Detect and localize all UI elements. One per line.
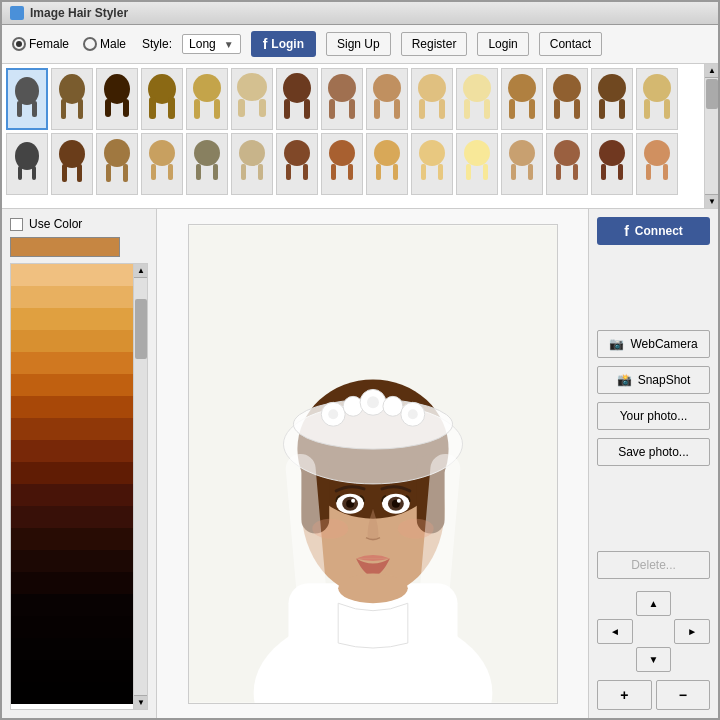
hair-thumb-29[interactable] (591, 133, 633, 195)
nav-down-button[interactable]: ▼ (636, 647, 672, 672)
color-swatch-item[interactable] (11, 352, 133, 374)
gallery-scrollbar-thumb[interactable] (706, 79, 718, 109)
hair-thumb-11[interactable] (456, 68, 498, 130)
color-swatch-item[interactable] (11, 374, 133, 396)
svg-point-109 (407, 409, 417, 419)
zoom-in-button[interactable]: + (597, 680, 652, 710)
male-radio[interactable]: Male (83, 37, 126, 51)
color-swatch-item[interactable] (11, 550, 133, 572)
female-radio-circle[interactable] (12, 37, 26, 51)
svg-rect-44 (664, 99, 670, 119)
zoom-out-button[interactable]: − (656, 680, 711, 710)
hair-thumb-24[interactable] (366, 133, 408, 195)
hair-thumb-1[interactable] (6, 68, 48, 130)
hair-thumb-26[interactable] (456, 133, 498, 195)
fb-connect-button[interactable]: f Connect (597, 217, 710, 245)
delete-button[interactable]: Delete... (597, 551, 710, 579)
svg-point-107 (328, 409, 338, 419)
color-swatch-item[interactable] (11, 330, 133, 352)
gallery-scroll-down[interactable]: ▼ (705, 194, 718, 208)
hair-thumb-19[interactable] (141, 133, 183, 195)
color-scrollbar-thumb[interactable] (135, 299, 147, 359)
svg-rect-29 (439, 99, 445, 119)
contact-button[interactable]: Contact (539, 32, 602, 56)
hair-thumb-15[interactable] (636, 68, 678, 130)
female-radio[interactable]: Female (12, 37, 69, 51)
color-swatch-item[interactable] (11, 638, 133, 660)
hair-thumb-22[interactable] (276, 133, 318, 195)
delete-label: Delete... (631, 558, 676, 572)
use-color-checkbox[interactable] (10, 218, 23, 231)
svg-rect-43 (644, 99, 650, 119)
male-radio-circle[interactable] (83, 37, 97, 51)
svg-rect-88 (646, 164, 651, 180)
snapshot-button[interactable]: 📸 SnapShot (597, 366, 710, 394)
hair-thumb-2[interactable] (51, 68, 93, 130)
signup-button[interactable]: Sign Up (326, 32, 391, 56)
color-swatch-item[interactable] (11, 286, 133, 308)
color-swatch-item[interactable] (11, 396, 133, 418)
color-swatch-item[interactable] (11, 616, 133, 638)
hair-thumb-14[interactable] (591, 68, 633, 130)
svg-rect-77 (483, 164, 488, 180)
nav-up-button[interactable]: ▲ (636, 591, 672, 616)
svg-rect-89 (663, 164, 668, 180)
hair-thumb-16[interactable] (6, 133, 48, 195)
hair-thumb-30[interactable] (636, 133, 678, 195)
color-swatch-item[interactable] (11, 264, 133, 286)
fb-login-button[interactable]: f Login (251, 31, 316, 57)
nav-empty-tr (674, 591, 710, 616)
hair-thumb-13[interactable] (546, 68, 588, 130)
your-photo-button[interactable]: Your photo... (597, 402, 710, 430)
hair-thumb-21[interactable] (231, 133, 273, 195)
svg-rect-55 (151, 164, 156, 180)
color-swatch-item[interactable] (11, 484, 133, 506)
hair-thumb-9[interactable] (366, 68, 408, 130)
color-swatch-item[interactable] (11, 572, 133, 594)
login-button[interactable]: Login (477, 32, 528, 56)
color-swatch-item[interactable] (11, 462, 133, 484)
hair-thumb-10[interactable] (411, 68, 453, 130)
color-swatch[interactable] (10, 237, 120, 257)
color-swatch-item[interactable] (11, 308, 133, 330)
hair-thumb-23[interactable] (321, 133, 363, 195)
svg-point-84 (599, 140, 625, 166)
nav-right-button[interactable]: ► (674, 619, 710, 644)
hair-thumb-3[interactable] (96, 68, 138, 130)
svg-point-54 (149, 140, 175, 166)
hair-thumb-27[interactable] (501, 133, 543, 195)
hair-thumb-12[interactable] (501, 68, 543, 130)
hair-thumb-17[interactable] (51, 133, 93, 195)
hair-thumb-18[interactable] (96, 133, 138, 195)
webcamera-button[interactable]: 📷 WebCamera (597, 330, 710, 358)
svg-rect-76 (466, 164, 471, 180)
color-swatch-item[interactable] (11, 682, 133, 704)
svg-rect-11 (168, 97, 175, 119)
hair-thumb-8[interactable] (321, 68, 363, 130)
hair-thumb-28[interactable] (546, 133, 588, 195)
style-dropdown[interactable]: Long ▼ (182, 34, 241, 54)
app-icon (10, 6, 24, 20)
color-scroll-up[interactable]: ▲ (134, 264, 148, 278)
nav-left-button[interactable]: ◄ (597, 619, 633, 644)
color-swatch-item[interactable] (11, 440, 133, 462)
color-swatch-item[interactable] (11, 528, 133, 550)
svg-rect-53 (123, 164, 128, 182)
color-scroll-down[interactable]: ▼ (134, 695, 148, 709)
hair-thumb-6[interactable] (231, 68, 273, 130)
color-swatch-item[interactable] (11, 594, 133, 616)
hair-thumb-7[interactable] (276, 68, 318, 130)
svg-rect-10 (149, 97, 156, 119)
color-swatch-item[interactable] (11, 506, 133, 528)
hair-thumb-4[interactable] (141, 68, 183, 130)
gallery-scroll-up[interactable]: ▲ (705, 64, 718, 78)
style-value: Long (189, 37, 216, 51)
color-swatch-item[interactable] (11, 660, 133, 682)
save-photo-button[interactable]: Save photo... (597, 438, 710, 466)
register-button[interactable]: Register (401, 32, 468, 56)
hair-thumb-20[interactable] (186, 133, 228, 195)
svg-rect-13 (194, 99, 200, 119)
hair-thumb-25[interactable] (411, 133, 453, 195)
hair-thumb-5[interactable] (186, 68, 228, 130)
color-swatch-item[interactable] (11, 418, 133, 440)
